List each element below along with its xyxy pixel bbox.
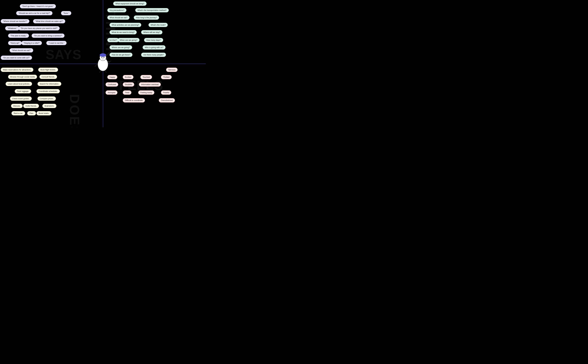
tag-item: Check travel guides. [10, 97, 32, 101]
tag-item: "The plan is ready." [8, 33, 29, 38]
tag-item: "Don't go there, I heard it's not good." [20, 4, 56, 8]
svg-line-8 [105, 71, 107, 72]
tag-item: "Do you want to bring a camera?" [32, 33, 65, 38]
tag-item: Search for information. [38, 82, 61, 86]
tag-item: Tired [123, 91, 131, 95]
tag-item: What's the transportation method? [135, 8, 169, 12]
tag-item: "Where should we transfer?" [1, 19, 29, 23]
tag-item: Overwhelmed [159, 98, 175, 103]
tag-item: Happy [107, 75, 117, 79]
says-label: SAYS [45, 47, 82, 62]
tag-item: Where will we stay? [141, 30, 162, 34]
tag-item: Thrilled [161, 75, 172, 79]
tag-item: Discuss. [11, 104, 23, 108]
tag-item: Confused [106, 82, 118, 87]
tag-item: "What should we eat?" [10, 48, 33, 52]
tag-item: Rent a car. [12, 111, 25, 115]
tag-item: Are there many people? [141, 53, 166, 57]
tag-item: Book hotels. [36, 111, 52, 115]
tag-item: Brainstorm. [42, 104, 57, 108]
character-illustration [93, 52, 113, 72]
tag-item: "Do you have any places you want to visi… [18, 26, 60, 30]
tag-item: Pack luggage. [15, 89, 31, 93]
tag-item: What should we eat? [107, 15, 129, 20]
tag-item: How many days? [144, 38, 163, 42]
tag-item: Feeling lonely [138, 91, 154, 95]
tag-item: Learn about local policies. [6, 82, 32, 86]
tag-item: Annoyed [106, 91, 117, 95]
tag-item: What's the route? [149, 23, 168, 27]
tag-item: Who is going with us? [142, 45, 166, 50]
tag-item: When are we going? [118, 38, 140, 42]
tag-item: Excited [123, 75, 134, 79]
tag-item: Compare prices. [38, 97, 56, 101]
tag-item: Where are we going? [110, 45, 132, 50]
svg-line-7 [99, 71, 101, 72]
tag-item: Doubtful [123, 82, 134, 87]
tag-item: Fearful [161, 91, 171, 95]
svg-line-5 [95, 64, 98, 67]
svg-line-6 [108, 61, 111, 64]
tag-item: Difficult to coordinate [123, 98, 145, 103]
tag-item: "Staying in a villa?" [21, 41, 42, 45]
tag-item: Consult friends. [39, 75, 57, 79]
tag-item: Is it fun? [107, 38, 119, 42]
tag-item: Coordinate schedules. [36, 89, 60, 93]
tag-item: "Should we rent a car for a road trip?" [16, 11, 52, 15]
tag-item: Any precautions? [107, 8, 126, 12]
tag-item: Book flight tickets. [38, 68, 58, 72]
tag-item: "Whatever." [5, 26, 19, 30]
tag-item: Make reservations for attractions. [1, 68, 33, 72]
tag-item: "Do you want to come with us?" [1, 56, 32, 60]
svg-point-3 [101, 57, 102, 58]
svg-point-4 [103, 57, 104, 58]
tag-item: What equipment should we bring? [113, 1, 147, 6]
svg-point-2 [100, 53, 106, 57]
tag-item: Nervous [166, 68, 178, 72]
tag-item: Touched [140, 75, 152, 79]
tag-item: "I want to eat this." [46, 41, 67, 45]
tag-item: What do we need to bring? [110, 30, 137, 34]
tag-item: "Sure." [61, 11, 71, 15]
tag-item: What activities are we planning? [110, 23, 141, 27]
tag-item: "Hurry up!" [8, 41, 22, 45]
tag-item: Information overload [139, 82, 161, 87]
tag-item: Browse through social media [8, 75, 37, 79]
tag-item: Invite friends. [23, 104, 39, 108]
tag-item: Plan. [27, 111, 36, 115]
tag-item: How long is the journey? [134, 15, 159, 20]
does-label: DOES [67, 94, 82, 127]
tag-item: "What time should we wake up?" [33, 19, 65, 23]
